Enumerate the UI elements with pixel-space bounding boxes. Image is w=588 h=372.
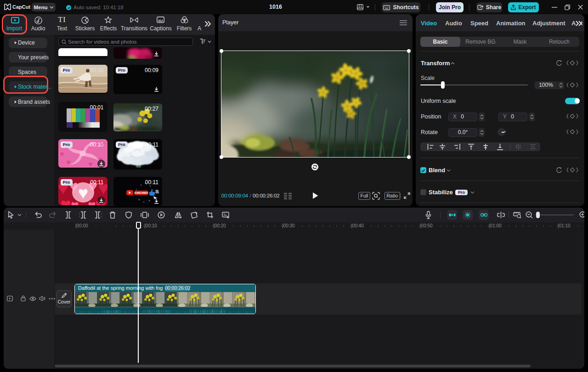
svg-text:♥: ♥ xyxy=(60,194,71,205)
svg-text:♥: ♥ xyxy=(88,160,93,168)
svg-text:♥: ♥ xyxy=(88,197,96,205)
svg-text:SUBSCRIBED: SUBSCRIBED xyxy=(134,192,148,194)
svg-text:♥: ♥ xyxy=(71,197,79,205)
svg-text:♥: ♥ xyxy=(78,183,88,203)
svg-text:♥: ♥ xyxy=(66,158,71,166)
svg-text:♥: ♥ xyxy=(60,150,64,158)
